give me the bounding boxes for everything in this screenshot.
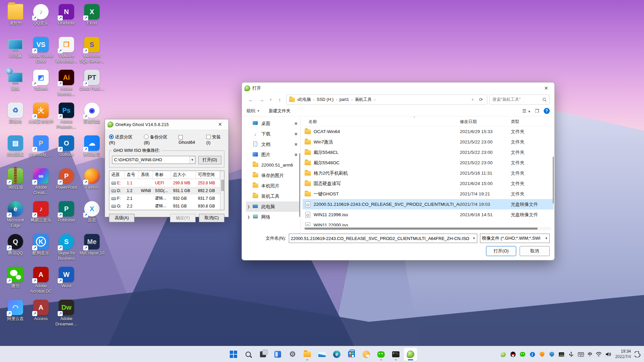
up-button[interactable]: ↑ — [275, 95, 284, 104]
desktop-icon-wechat[interactable]: 微信 — [3, 267, 28, 289]
file-row[interactable]: 格力2代手机刷机2021/5/16 11:31文件夹 — [303, 168, 554, 178]
sidebar-item-桌面[interactable]: 桌面✚ — [246, 118, 300, 129]
file-row[interactable]: 戴尔5548OC2021/5/22 23:00文件夹 — [303, 158, 554, 168]
restore-partition-radio[interactable]: 还原分区(R) — [109, 134, 138, 145]
desktop-icon-zip360[interactable]: 360压缩 — [3, 168, 28, 190]
night-mode-moon-icon[interactable] — [635, 351, 641, 357]
taskbar-edge-button[interactable] — [330, 348, 343, 361]
expand-chevron-icon[interactable]: ❯ — [247, 205, 252, 208]
change-view-icon[interactable]: ☰ ▼ — [522, 108, 531, 114]
desktop-icon-cisco[interactable]: PTCisco Pack… — [79, 70, 105, 92]
desktop-icon-word[interactable]: WWord — [54, 267, 79, 289]
taskbar-image-viewer-button[interactable] — [360, 348, 373, 361]
desktop-icon-skype[interactable]: SSkype for Business — [54, 234, 79, 261]
sidebar-item-下载[interactable]: ↓下载✚ — [246, 129, 300, 139]
tray-usb-icon[interactable] — [568, 351, 574, 357]
partition-column-header[interactable]: 可用空间 — [196, 171, 220, 179]
ghost64-checkbox[interactable]: Ghost64 — [178, 135, 200, 145]
file-row[interactable]: 22000.51.210619-2243.CO_RELEASE_SVC_PROD… — [303, 199, 554, 209]
horizontal-scrollbar[interactable] — [303, 227, 551, 230]
desktop-icon-baidu[interactable]: ◉百度网盘 — [79, 103, 105, 125]
desktop-icon-qqmusic[interactable]: ♪QQ音乐 — [28, 4, 54, 26]
address-dropdown-chevron[interactable]: ▼ — [468, 95, 477, 104]
sidebar-item-保存的图片[interactable]: 保存的图片 — [246, 170, 300, 181]
file-row[interactable]: OCAT-Win642021/6/29 15:33文件夹 — [303, 126, 554, 137]
tray-huorong-icon[interactable] — [539, 351, 545, 357]
chevron-down-icon[interactable]: ▼ — [543, 234, 549, 243]
taskbar-mail-button[interactable] — [315, 348, 329, 361]
desktop-icon-onenote[interactable]: NOneNote — [54, 4, 79, 26]
volume-icon[interactable] — [605, 351, 611, 357]
column-header-type[interactable]: 类型 — [511, 119, 554, 126]
desktop-icon-dreamweaver[interactable]: DwAdobe Dreamwe… — [54, 300, 79, 327]
file-row[interactable]: 固态硬盘读写2021/6/24 15:00文件夹 — [303, 178, 554, 189]
tray-nvidia-icon[interactable] — [558, 351, 565, 357]
sidebar-item-22000.51_arm6[interactable]: 22000.51_arm6 — [246, 160, 300, 170]
ime-indicator[interactable]: 中 — [588, 351, 592, 357]
desktop-icon-network[interactable]: 网络 — [3, 70, 28, 92]
taskbar-file-explorer-button[interactable] — [301, 348, 314, 361]
desktop-icon-todesk[interactable]: ◩ToDesk — [28, 70, 54, 92]
backup-partition-radio[interactable]: 备份分区(B) — [144, 134, 172, 145]
desktop-icon-publisher[interactable]: PPublisher — [54, 201, 79, 223]
desktop-icon-illustrator[interactable]: AiAdobe Illustrat… — [54, 70, 79, 97]
ghost-titlebar[interactable]: OneKey Ghost V14.5.8.215 ✕ — [105, 119, 228, 129]
desktop-icon-acrobat[interactable]: AAdobe Acrobat DC — [28, 267, 54, 294]
image-path-combobox[interactable]: C:\GHOST\D_WIN8.GHO ▼ — [112, 156, 196, 164]
new-folder-button[interactable]: 新建文件夹 — [269, 108, 290, 114]
partition-row[interactable]: E:1:1UEFI299.8 MB253.8 MB — [109, 179, 220, 187]
sidebar-item-图片[interactable]: 图片✚ — [246, 149, 300, 160]
open-button[interactable]: 打开(O) — [486, 246, 516, 256]
partition-column-header[interactable]: 还原 — [109, 171, 125, 179]
ghost-browse-open-button[interactable]: 打开(O) — [198, 156, 221, 164]
taskbar-search-button[interactable] — [241, 348, 255, 361]
partition-column-header[interactable]: 总大小 — [171, 171, 196, 179]
help-icon[interactable]: ? — [544, 108, 550, 114]
cancel-button[interactable]: 取消 — [520, 246, 550, 256]
partition-column-header[interactable]: 卷标 — [153, 171, 171, 179]
taskbar-onekey-ghost-button[interactable] — [404, 348, 417, 361]
partition-column-header[interactable]: 系统 — [139, 171, 153, 179]
desktop-icon-phpstudy[interactable]: Pphpstudy_… — [28, 135, 54, 158]
tray-keyboard-icon[interactable] — [578, 351, 584, 357]
ghost-close-button[interactable]: ✕ — [214, 120, 226, 128]
breadcrumb-item[interactable]: 装机工具 — [355, 97, 372, 103]
tray-onekey-ghost-icon[interactable] — [500, 351, 506, 357]
taskbar-microsoft-store-button[interactable] — [345, 348, 358, 361]
file-row[interactable]: 一键GHOST2021/7/4 19:21文件夹 — [303, 189, 554, 199]
file-row[interactable]: WIN11 21996.iso2021/6/16 14:51光盘映像文件 — [303, 209, 554, 220]
wifi-icon[interactable] — [596, 351, 602, 357]
sidebar-item-文档[interactable]: 文档✚ — [246, 139, 300, 149]
file-row[interactable]: 戴尔5548CL2021/5/22 23:00文件夹 — [303, 147, 554, 158]
desktop-icon-sqlserver[interactable]: SMicrosoft SQL Serve… — [79, 37, 105, 64]
partition-row[interactable]: D:1:2WIN8SSD(...931.1 GB892.2 GB — [109, 187, 220, 194]
recent-locations-chevron[interactable]: ▼ — [268, 95, 273, 104]
tray-bluetooth-icon[interactable]: ᛒ — [529, 351, 535, 357]
desktop-icon-adobecc[interactable]: ∞Adobe Creati… — [28, 168, 54, 195]
tray-defender-icon[interactable] — [549, 351, 555, 357]
desktop-icon-edge[interactable]: eMicrosoft Edge — [3, 201, 28, 228]
desktop-icon-vscode[interactable]: VSVisual Studio Code — [28, 37, 54, 64]
search-input[interactable]: 搜索"装机工具" — [489, 95, 550, 105]
sidebar-item-本机照片[interactable]: 本机照片 — [246, 181, 300, 191]
desktop-icon-folder[interactable]: 谭智华 — [3, 4, 28, 26]
chevron-down-icon[interactable]: ▼ — [189, 156, 195, 164]
tray-wechat-icon[interactable] — [520, 351, 526, 357]
desktop-icon-recycle[interactable]: ♻回收站 — [3, 103, 28, 125]
desktop-icon-xunlei[interactable]: X迅雷 — [79, 201, 105, 223]
taskbar-settings-button[interactable]: ⚙ — [286, 348, 299, 361]
desktop-icon-aliyun[interactable]: ◠阿里云盘 — [3, 300, 28, 322]
desktop-icon-excel[interactable]: XExcel — [79, 4, 105, 26]
taskbar-start-button[interactable] — [227, 348, 240, 361]
breadcrumb-item[interactable]: part1 — [339, 97, 349, 102]
desktop-icon-myeclipse[interactable]: MeMyEclipse 10 — [79, 234, 105, 256]
breadcrumb-item[interactable]: 此电脑 — [298, 97, 311, 103]
back-button[interactable]: ← — [247, 95, 255, 104]
desktop-icon-photoshop[interactable]: PsAdobe Photosh… — [54, 103, 79, 130]
desktop-icon-powerpoint[interactable]: PPowerPoint — [54, 168, 79, 190]
column-header-name[interactable]: 名称 — [303, 119, 460, 126]
preview-pane-icon[interactable]: ❐ — [535, 108, 539, 114]
sidebar-scrollbar[interactable] — [299, 153, 300, 217]
sidebar-item-装机工具[interactable]: 装机工具 — [246, 191, 300, 201]
organize-menu[interactable]: 组织▼ — [247, 108, 260, 114]
